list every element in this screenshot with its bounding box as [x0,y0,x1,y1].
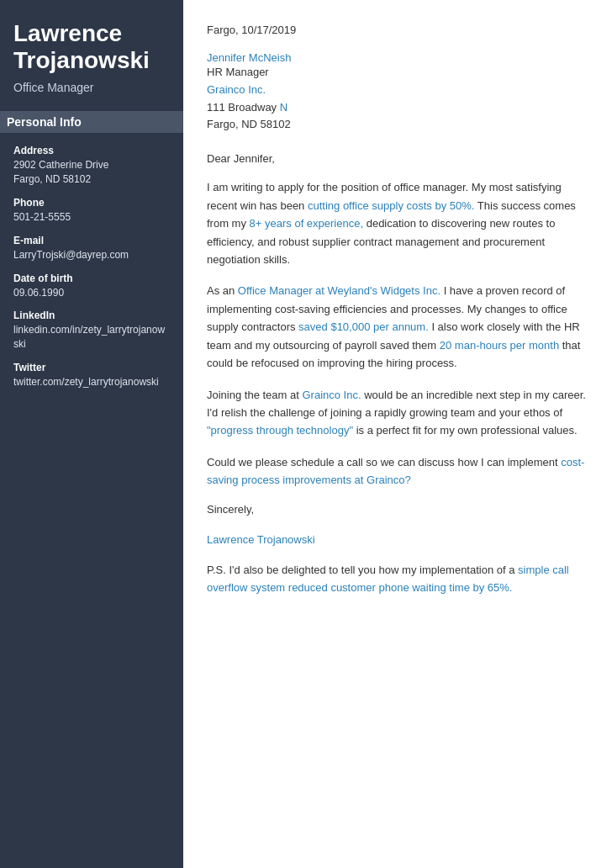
twitter-value: twitter.com/zety_larrytrojanowski [13,375,170,389]
recipient-address1: 111 Broadway N [207,99,588,117]
dob-value: 09.06.1990 [13,286,170,300]
email-block: E-mail LarryTrojski@dayrep.com [13,235,170,262]
address-line2: Fargo, ND 58102 [13,172,170,187]
candidate-title: Office Manager [13,81,170,94]
personal-info-header: Personal Info [0,111,183,133]
dob-block: Date of birth 09.06.1990 [13,273,170,300]
candidate-name: Lawrence Trojanowski [13,20,170,74]
postscript: P.S. I'd also be delighted to tell you h… [207,561,588,597]
linkedin-label: LinkedIn [13,310,170,321]
address-block: Address 2902 Catherine Drive Fargo, ND 5… [13,145,170,187]
signature: Lawrence Trojanowski [207,533,588,546]
phone-value: 501-21-5555 [13,210,170,225]
recipient-role: HR Manager [207,64,588,82]
closing: Sincerely, [207,503,588,516]
paragraph1: I am writing to apply for the position o… [207,178,588,268]
recipient-company-text: Grainco Inc. [207,83,266,96]
recipient-name: Jennifer McNeish [207,51,588,64]
email-label: E-mail [13,235,170,246]
greeting: Dear Jennifer, [207,152,588,165]
twitter-label: Twitter [13,362,170,373]
main-content: Fargo, 10/17/2019 Jennifer McNeish HR Ma… [183,0,612,868]
recipient-block: Jennifer McNeish HR Manager Grainco Inc.… [207,51,588,134]
paragraph2: As an Office Manager at Weyland's Widget… [207,282,588,372]
phone-block: Phone 501-21-5555 [13,197,170,225]
email-value: LarryTrojski@dayrep.com [13,248,170,262]
linkedin-block: LinkedIn linkedin.com/in/zety_larrytroja… [13,310,170,352]
address-label: Address [13,145,170,156]
phone-label: Phone [13,197,170,209]
recipient-company: Grainco Inc. [207,82,588,99]
sidebar: Lawrence Trojanowski Office Manager Pers… [0,0,183,868]
recipient-address2: Fargo, ND 58102 [207,116,588,134]
paragraph4: Could we please schedule a call so we ca… [207,453,588,490]
dob-label: Date of birth [13,273,170,284]
twitter-block: Twitter twitter.com/zety_larrytrojanowsk… [13,362,170,389]
paragraph3: Joining the team at Grainco Inc. would b… [207,386,588,440]
address-line1: 2902 Catherine Drive [13,158,170,172]
linkedin-value: linkedin.com/in/zety_larrytrojanowski [13,323,170,352]
recipient-address1-text: 111 Broadway [207,101,280,114]
date-location: Fargo, 10/17/2019 [207,24,588,36]
resume-page: Lawrence Trojanowski Office Manager Pers… [0,0,612,868]
